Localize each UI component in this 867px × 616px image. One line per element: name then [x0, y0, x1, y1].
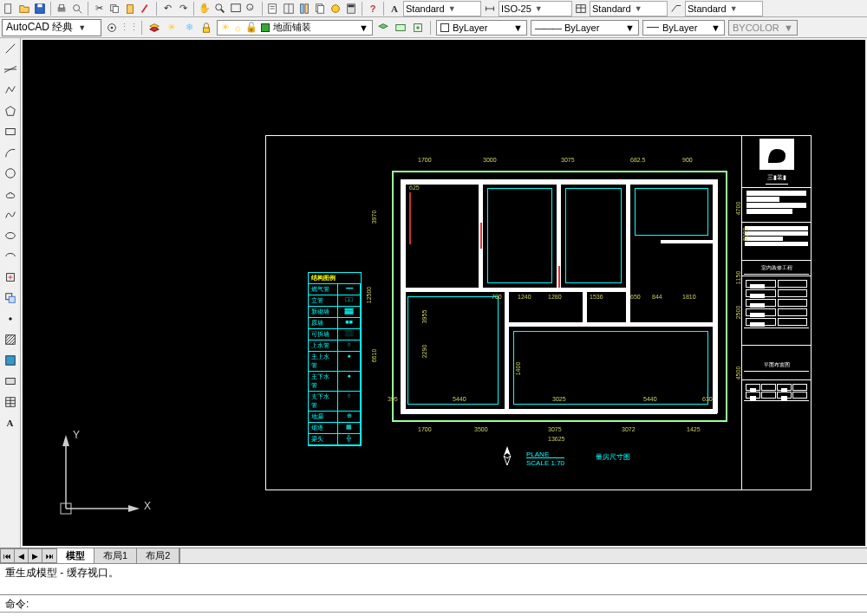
- help-icon[interactable]: ?: [366, 2, 380, 16]
- workspace-settings-icon[interactable]: [105, 21, 119, 35]
- mtext-icon[interactable]: A: [3, 416, 17, 430]
- tab-layout2[interactable]: 布局2: [137, 548, 179, 563]
- insert-block-icon[interactable]: [3, 270, 17, 284]
- design-center-icon[interactable]: [282, 2, 296, 16]
- svg-point-10: [216, 3, 222, 10]
- dim-style-combo[interactable]: ISO-25 ▼: [499, 1, 572, 16]
- cut-icon[interactable]: ✂: [92, 2, 106, 16]
- layer-mgr-icon[interactable]: [147, 21, 161, 35]
- polyline-icon[interactable]: [3, 83, 17, 97]
- tab-next-icon[interactable]: ▶: [29, 549, 42, 562]
- paste-icon[interactable]: [123, 2, 137, 16]
- save-icon[interactable]: [33, 2, 47, 16]
- tab-prev-icon[interactable]: ◀: [15, 549, 29, 562]
- svg-marker-65: [62, 435, 69, 446]
- xline-icon[interactable]: [3, 62, 17, 76]
- redo-icon[interactable]: ↷: [176, 2, 190, 16]
- region-icon[interactable]: [3, 374, 17, 388]
- print-icon[interactable]: [55, 2, 68, 16]
- line-icon[interactable]: [3, 42, 17, 55]
- tab-last-icon[interactable]: ⏭: [42, 549, 56, 562]
- ellipse-arc-icon[interactable]: [3, 250, 17, 263]
- mleader-style-value: Standard: [688, 3, 727, 14]
- tool-palette-icon[interactable]: [297, 2, 311, 16]
- canvas-wrap: Y X 三▮装▮: [21, 38, 867, 548]
- sheet-set-icon[interactable]: [313, 2, 327, 16]
- mleader-style-combo[interactable]: Standard ▼: [685, 1, 763, 16]
- svg-marker-71: [504, 456, 511, 465]
- zoom-window-icon[interactable]: [229, 2, 243, 16]
- markup-icon[interactable]: [329, 2, 342, 16]
- text-style-value: Standard: [406, 3, 445, 14]
- zoom-prev-icon[interactable]: ←: [244, 2, 258, 16]
- rectangle-icon[interactable]: [3, 125, 17, 139]
- point-icon[interactable]: [3, 312, 17, 326]
- pan-icon[interactable]: ✋: [198, 2, 212, 16]
- layer-iso-icon[interactable]: [411, 21, 425, 35]
- mleader-style-icon[interactable]: [669, 2, 683, 16]
- chevron-down-icon: ▼: [78, 23, 86, 32]
- layer-lock-icon[interactable]: [199, 21, 213, 35]
- color-combo[interactable]: ByLayer ▼: [436, 20, 527, 36]
- tab-first-icon[interactable]: ⏮: [1, 549, 15, 562]
- ellipse-icon[interactable]: [3, 229, 17, 243]
- legend-row: 主下水管●: [309, 372, 361, 392]
- table-style-combo[interactable]: Standard ▼: [590, 1, 668, 16]
- layer-states-icon[interactable]: [394, 21, 407, 35]
- table-style-icon[interactable]: [574, 2, 588, 16]
- open-icon[interactable]: [17, 2, 31, 16]
- tb-project: 室内装修工程: [742, 261, 811, 276]
- lineweight-combo[interactable]: ByLayer ▼: [642, 20, 725, 36]
- plotstyle-combo[interactable]: BYCOLOR ▼: [728, 20, 798, 36]
- legend-box: 结构图例 燃气管━━立管□□新砌墙▓▓原墙■■可拆墙░░上水管○主上水管●主下水…: [308, 272, 362, 446]
- layout-title: 量房尺寸图: [596, 452, 630, 462]
- spline-icon[interactable]: [3, 208, 17, 222]
- new-icon[interactable]: [2, 2, 16, 16]
- chevron-down-icon: ▼: [730, 4, 738, 13]
- polygon-icon[interactable]: [3, 104, 17, 118]
- arc-icon[interactable]: [3, 146, 17, 159]
- ucs-icon: Y X: [49, 431, 144, 528]
- text-style-combo[interactable]: Standard ▼: [403, 1, 481, 16]
- svg-line-39: [5, 44, 15, 54]
- linetype-combo[interactable]: ——— ByLayer ▼: [531, 20, 639, 36]
- svg-line-6: [79, 10, 82, 13]
- layout-tabs: ⏮ ◀ ▶ ⏭ 模型 布局1 布局2: [0, 548, 867, 563]
- legend-row: 原墙■■: [309, 318, 361, 329]
- layer-freeze-icon[interactable]: ❄: [182, 21, 196, 35]
- dim-style-icon[interactable]: [483, 2, 497, 16]
- text-style-icon[interactable]: A: [388, 2, 401, 16]
- separator: [362, 2, 362, 16]
- preview-icon[interactable]: [70, 2, 84, 16]
- tab-model[interactable]: 模型: [57, 548, 95, 563]
- tab-layout1[interactable]: 布局1: [95, 548, 137, 563]
- layer-prev-icon[interactable]: [376, 21, 390, 35]
- layer-on-icon[interactable]: ☀: [165, 21, 179, 35]
- command-history: 重生成模型 - 缓存视口。: [0, 563, 867, 594]
- undo-icon[interactable]: ↶: [160, 2, 174, 16]
- command-line[interactable]: 命令:: [0, 594, 867, 612]
- table-icon[interactable]: [3, 395, 17, 409]
- copy-icon[interactable]: [108, 2, 121, 16]
- circle-icon[interactable]: [3, 166, 17, 180]
- svg-rect-12: [231, 3, 241, 11]
- chevron-down-icon: ▼: [711, 23, 720, 33]
- layer-combo[interactable]: ☀ ☼ 🔓 地面铺装 ▼: [217, 20, 373, 36]
- table-style-value: Standard: [592, 3, 631, 14]
- tab-filler: [179, 548, 867, 563]
- match-icon[interactable]: [139, 2, 153, 16]
- gradient-icon[interactable]: [3, 353, 17, 367]
- revcloud-icon[interactable]: [3, 187, 17, 201]
- grip-icon[interactable]: ⋮⋮: [122, 21, 136, 35]
- layer-name: 地面铺装: [273, 21, 311, 34]
- drawing-canvas[interactable]: Y X 三▮装▮: [23, 40, 865, 546]
- make-block-icon[interactable]: [3, 291, 17, 305]
- properties-icon[interactable]: [266, 2, 280, 16]
- zoom-icon[interactable]: [213, 2, 227, 16]
- hatch-icon[interactable]: [3, 333, 17, 347]
- legend-row: 主上水管●: [309, 352, 361, 372]
- workspace-combo[interactable]: AutoCAD 经典 ▼: [2, 19, 101, 36]
- calc-icon[interactable]: [344, 2, 358, 16]
- floor-plan: 1700 3000 3075 682.5 900 3970 12500 6610…: [392, 153, 730, 439]
- title-block: 三▮装▮ 室内装修工程: [741, 136, 811, 490]
